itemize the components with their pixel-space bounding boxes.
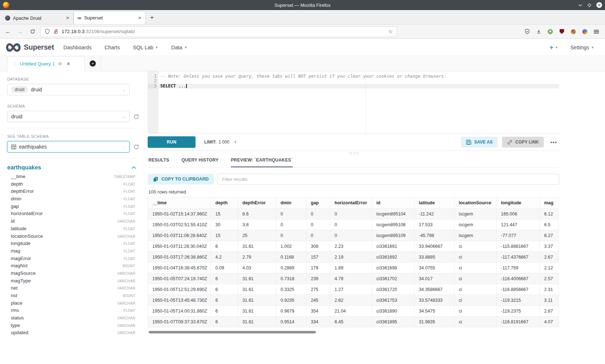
ghostery-extension-icon[interactable] bbox=[547, 29, 553, 35]
downloads-icon[interactable] bbox=[536, 29, 542, 35]
forward-button[interactable]: → bbox=[16, 27, 24, 36]
add-query-tab-button[interactable]: + bbox=[85, 56, 101, 71]
extension-snowflake-icon[interactable] bbox=[582, 29, 588, 35]
column-name: magError bbox=[11, 256, 31, 261]
back-button[interactable]: ← bbox=[4, 27, 12, 36]
new-tab-button[interactable]: + bbox=[147, 13, 157, 23]
column-type: VARCHAR bbox=[117, 324, 135, 328]
column-header[interactable]: horizontalError bbox=[330, 197, 372, 209]
column-type: VARCHAR bbox=[117, 235, 135, 238]
nav-dashboards[interactable]: Dashboards bbox=[63, 45, 91, 50]
table-cell: 0 bbox=[276, 219, 306, 230]
column-header[interactable]: locationSource bbox=[454, 197, 497, 209]
table-cell: ci bbox=[454, 273, 497, 284]
table-cell: 4.07 bbox=[540, 317, 559, 327]
run-button[interactable]: RUN bbox=[148, 136, 196, 148]
query-tab[interactable]: ⋮ Untitled Query 1 ✕ bbox=[7, 56, 85, 71]
reload-button[interactable] bbox=[28, 27, 37, 36]
tracking-shield-icon[interactable] bbox=[44, 29, 50, 35]
column-header[interactable]: longitude bbox=[497, 197, 540, 209]
column-name: horizontalError bbox=[11, 211, 43, 216]
more-options-icon[interactable]: ••• bbox=[548, 139, 559, 145]
table-cell: -117.4376667 bbox=[497, 252, 540, 263]
table-cell: 15 bbox=[211, 209, 238, 219]
bookmark-star-icon[interactable]: ☆ bbox=[388, 28, 393, 35]
column-name: depthError bbox=[11, 188, 34, 194]
table-cell: ci3361692 bbox=[372, 252, 414, 263]
column-name: latitude bbox=[11, 226, 27, 231]
horizontal-scrollbar[interactable] bbox=[148, 331, 559, 333]
cookie-extension-icon[interactable] bbox=[570, 29, 576, 35]
superset-logo[interactable]: Superset bbox=[6, 43, 54, 52]
pocket-shield-icon[interactable] bbox=[524, 29, 530, 35]
tab-results[interactable]: RESULTS bbox=[148, 158, 169, 167]
schema-column: statusVARCHAR bbox=[0, 315, 144, 323]
insecure-lock-icon[interactable] bbox=[53, 29, 59, 35]
table-cell: -45.798 bbox=[414, 230, 454, 241]
table-row: 1950-01-05T13:45:48.730Z631.610.92352452… bbox=[148, 295, 559, 306]
column-header[interactable]: gap bbox=[306, 197, 330, 209]
window-titlebar: Superset — Mozilla Firefox ✕ bbox=[0, 0, 605, 10]
save-as-button[interactable]: SAVE AS bbox=[461, 137, 498, 147]
nav-sql-lab[interactable]: SQL Lab▼ bbox=[133, 45, 158, 50]
url-host: 172.18.0.3 bbox=[62, 29, 85, 34]
refresh-schema-icon[interactable] bbox=[133, 114, 139, 120]
table-cell: 0.9235 bbox=[276, 295, 306, 306]
database-select[interactable]: druid druid ⌄ bbox=[7, 84, 130, 95]
collapse-chevron-up-icon[interactable] bbox=[131, 166, 136, 169]
pane-resize-handle[interactable] bbox=[148, 151, 559, 155]
menu-hamburger-icon[interactable] bbox=[593, 29, 599, 35]
query-tab-close-icon[interactable]: ✕ bbox=[67, 61, 71, 67]
url-bar[interactable]: 172.18.0.3:32108/superset/sqllab/ ☆ bbox=[40, 26, 397, 37]
results-header-row: __timedepthdepthErrordmingaphorizontalEr… bbox=[148, 197, 559, 209]
nav-data[interactable]: Data▼ bbox=[171, 45, 188, 50]
query-tab-strip: ⋮ Untitled Query 1 ✕ + bbox=[0, 56, 605, 71]
tab-preview-earthquakes[interactable]: PREVIEW: `EARTHQUAKES` bbox=[231, 158, 293, 167]
table-cell: 1.89 bbox=[330, 263, 372, 273]
schema-column: dminFLOAT bbox=[0, 196, 144, 204]
table-cell: 34.017 bbox=[414, 273, 454, 284]
scrollbar-thumb[interactable] bbox=[149, 331, 316, 333]
url-path: :32108/superset/sqllab/ bbox=[85, 29, 135, 34]
tab-query-history[interactable]: QUERY HISTORY bbox=[182, 158, 219, 167]
table-cell: -77.077 bbox=[497, 230, 540, 241]
ublock-extension-icon[interactable] bbox=[559, 29, 565, 35]
settings-menu[interactable]: Settings▼ bbox=[570, 45, 594, 50]
drag-grip-icon[interactable]: ⋮ bbox=[13, 61, 17, 67]
browser-tab-superset[interactable]: ∞ Superset ✕ bbox=[73, 11, 145, 24]
tab-close-icon[interactable]: ✕ bbox=[138, 15, 142, 21]
window-maximize-button[interactable] bbox=[587, 3, 591, 7]
column-type: TIMESTAMP bbox=[114, 175, 135, 179]
column-header[interactable]: __time bbox=[148, 197, 211, 209]
tab-close-icon[interactable]: ✕ bbox=[66, 15, 70, 21]
refresh-tables-icon[interactable] bbox=[133, 144, 139, 150]
table-cell: -116.8856667 bbox=[497, 284, 540, 295]
window-minimize-button[interactable] bbox=[578, 4, 582, 6]
column-name: place bbox=[11, 300, 22, 306]
add-new-button[interactable]: +▼ bbox=[550, 44, 558, 51]
window-close-button[interactable]: ✕ bbox=[596, 2, 602, 8]
table-cell: ci bbox=[454, 252, 497, 263]
column-header[interactable]: depthError bbox=[238, 197, 276, 209]
column-header[interactable]: latitude bbox=[414, 197, 454, 209]
table-select[interactable]: earthquakes ⌄ bbox=[7, 141, 130, 153]
limit-dropdown[interactable]: LIMIT: 1 000 ▼ bbox=[204, 140, 237, 145]
filter-results-input[interactable] bbox=[218, 174, 559, 185]
browser-tab-druid[interactable]: Apache Druid ✕ bbox=[1, 12, 73, 24]
column-header[interactable]: id bbox=[372, 197, 414, 209]
table-cell: 31.9835 bbox=[414, 317, 454, 327]
copy-link-button[interactable]: COPY LINK bbox=[502, 137, 544, 147]
table-cell: 33.5748333 bbox=[414, 295, 454, 306]
column-type: VARCHAR bbox=[117, 331, 135, 335]
column-header[interactable]: mag bbox=[540, 197, 559, 209]
results-table: __timedepthdepthErrordmingaphorizontalEr… bbox=[148, 197, 559, 327]
column-header[interactable]: depth bbox=[211, 197, 238, 209]
window-title: Superset — Mozilla Firefox bbox=[0, 3, 605, 8]
nav-charts[interactable]: Charts bbox=[104, 45, 120, 50]
schema-table-name[interactable]: earthquakes bbox=[7, 164, 41, 171]
copy-to-clipboard-button[interactable]: COPY TO CLIPBOARD bbox=[148, 174, 214, 185]
table-cell: 179 bbox=[306, 263, 330, 273]
sql-editor[interactable]: 1 2 3 -- Note: Unless you save your quer… bbox=[148, 71, 559, 133]
schema-select[interactable]: druid ⌄ bbox=[7, 111, 130, 122]
column-header[interactable]: dmin bbox=[276, 197, 306, 209]
